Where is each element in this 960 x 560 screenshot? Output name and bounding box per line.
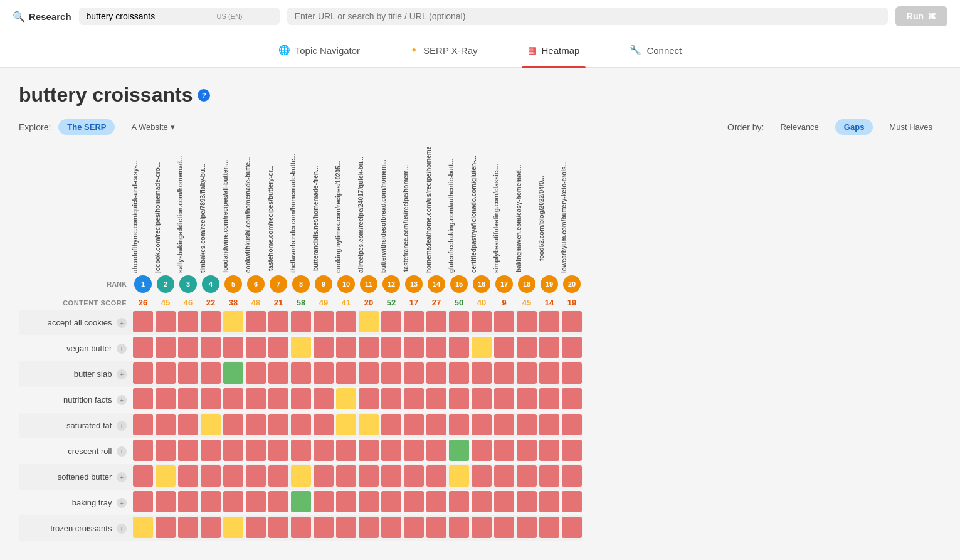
heat-cell	[561, 413, 583, 438]
topic-expand-icon[interactable]: +	[117, 472, 127, 482]
search-input[interactable]	[87, 11, 212, 21]
heat-cell	[380, 515, 403, 541]
url-header-19: food52.com/blog/2022/04/0...	[538, 147, 561, 273]
score-cell-3: 46	[177, 295, 199, 310]
heat-cell	[470, 515, 493, 541]
heat-cell	[245, 515, 267, 541]
score-cell-10: 41	[335, 295, 357, 310]
topic-label: vegan butter +	[19, 335, 132, 361]
heat-cell	[425, 310, 448, 335]
heat-cell	[470, 490, 493, 515]
heatmap-table: aheadofthyme.com/quick-and-easy-...jocoo…	[19, 147, 583, 541]
url-input[interactable]	[295, 11, 880, 21]
heatmap-row: frozen croissants +	[19, 515, 583, 541]
topic-expand-icon[interactable]: +	[117, 369, 127, 379]
score-cell-11: 20	[357, 295, 380, 310]
heat-cell	[448, 464, 470, 490]
rank-cell-13: 13	[403, 273, 425, 295]
rank-cell-6: 6	[245, 273, 267, 295]
tab-serp-xray-label: SERP X-Ray	[423, 45, 477, 56]
heat-cell	[154, 310, 177, 335]
heat-cell	[493, 335, 515, 361]
heat-cell	[245, 413, 267, 438]
order-relevance[interactable]: Relevance	[771, 119, 827, 135]
heat-cell	[199, 515, 222, 541]
heat-cell	[222, 413, 245, 438]
heat-cell	[448, 310, 470, 335]
rank-cell-16: 16	[470, 273, 493, 295]
heat-cell	[177, 438, 199, 464]
score-cell-2: 45	[154, 295, 177, 310]
search-input-wrap: US (EN)	[79, 8, 280, 25]
url-header-5: foodandwine.com/recipes/all-butter-...	[222, 147, 245, 273]
order-section: Order by: Relevance Gaps Must Haves	[727, 119, 941, 135]
heat-cell	[493, 490, 515, 515]
search-icon: 🔍	[13, 11, 25, 23]
heat-cell	[470, 413, 493, 438]
heat-cell	[267, 490, 290, 515]
order-must-haves[interactable]: Must Haves	[880, 119, 941, 135]
heat-cell	[335, 413, 357, 438]
heat-cell	[177, 387, 199, 413]
tab-connect-label: Connect	[646, 45, 682, 56]
info-badge[interactable]: ?	[198, 89, 210, 102]
heat-cell	[154, 515, 177, 541]
topic-expand-icon[interactable]: +	[117, 395, 127, 405]
score-cell-17: 9	[493, 295, 515, 310]
explore-label: Explore:	[19, 122, 51, 132]
topic-expand-icon[interactable]: +	[117, 498, 127, 508]
heat-cell	[470, 464, 493, 490]
explore-the-serp[interactable]: The SERP	[58, 119, 115, 135]
rank-cell-12: 12	[380, 273, 403, 295]
heat-cell	[222, 515, 245, 541]
topic-expand-icon[interactable]: +	[117, 524, 127, 534]
url-header-1: aheadofthyme.com/quick-and-easy-...	[132, 147, 154, 273]
heat-cell	[380, 387, 403, 413]
heat-cell	[515, 515, 538, 541]
heat-cell	[380, 490, 403, 515]
heat-cell	[425, 515, 448, 541]
heat-cell	[380, 335, 403, 361]
heat-cell	[515, 310, 538, 335]
topic-label: accept all cookies +	[19, 310, 132, 335]
tab-connect[interactable]: 🔧 Connect	[623, 33, 688, 67]
topic-expand-icon[interactable]: +	[117, 318, 127, 328]
heat-cell	[470, 438, 493, 464]
heat-cell	[245, 490, 267, 515]
heat-cell	[448, 490, 470, 515]
heat-cell	[538, 310, 561, 335]
heat-cell	[267, 335, 290, 361]
topic-expand-icon[interactable]: +	[117, 446, 127, 457]
heat-cell	[222, 335, 245, 361]
heat-cell	[403, 361, 425, 387]
score-cell-6: 48	[245, 295, 267, 310]
heat-cell	[515, 490, 538, 515]
heat-cell	[357, 464, 380, 490]
heat-cell	[177, 335, 199, 361]
explore-a-website[interactable]: A Website ▾	[122, 119, 183, 135]
heat-cell	[403, 310, 425, 335]
url-header-10: cooking.nytimes.com/recipes/10205...	[335, 147, 357, 273]
heat-cell	[177, 464, 199, 490]
url-header-17: simplybeautifuleating.com/classic-...	[493, 147, 515, 273]
topic-expand-icon[interactable]: +	[117, 344, 127, 354]
score-cell-18: 45	[515, 295, 538, 310]
heat-cell	[425, 464, 448, 490]
tab-serp-xray[interactable]: ✦ SERP X-Ray	[404, 33, 483, 67]
explore-a-website-label: A Website	[131, 122, 167, 132]
heat-cell	[290, 515, 312, 541]
heat-cell	[335, 310, 357, 335]
heat-cell	[335, 361, 357, 387]
heat-cell	[245, 361, 267, 387]
heat-cell	[199, 438, 222, 464]
heat-cell	[312, 310, 335, 335]
order-gaps[interactable]: Gaps	[835, 119, 873, 135]
topic-expand-icon[interactable]: +	[117, 421, 127, 431]
tab-topic-navigator[interactable]: 🌐 Topic Navigator	[272, 33, 366, 67]
score-cell-12: 52	[380, 295, 403, 310]
run-button[interactable]: Run ⌘	[895, 6, 947, 26]
heat-cell	[357, 515, 380, 541]
tab-heatmap[interactable]: ▦ Heatmap	[522, 33, 586, 67]
nav-tabs: 🌐 Topic Navigator ✦ SERP X-Ray ▦ Heatmap…	[0, 33, 960, 68]
topic-label: nutrition facts +	[19, 387, 132, 413]
